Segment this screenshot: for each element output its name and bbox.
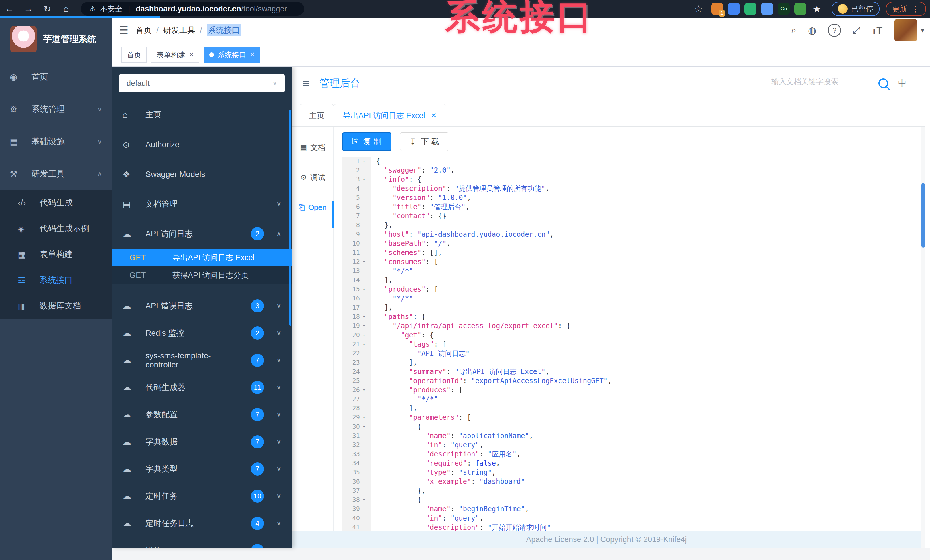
fold-toggle-icon[interactable]: ▾ bbox=[363, 422, 371, 431]
doc-tab-active[interactable]: 导出API 访问日志 Excel✕ bbox=[334, 104, 446, 126]
api-menu-item[interactable]: ⌂主页 bbox=[112, 100, 292, 130]
api-group-item[interactable]: ☁岗位∨ bbox=[112, 537, 292, 548]
fold-toggle-icon[interactable]: ▾ bbox=[363, 330, 371, 340]
help-icon[interactable]: ? bbox=[828, 24, 841, 37]
collapse-sidebar-icon[interactable]: ≡ bbox=[302, 77, 309, 90]
scrollbar-thumb[interactable] bbox=[921, 183, 925, 247]
search-icon[interactable]: ⌕ bbox=[791, 25, 796, 36]
browser-menu-icon[interactable]: ⋮ bbox=[912, 4, 920, 14]
paused-pill[interactable]: 已暂停 bbox=[831, 2, 879, 16]
fold-toggle-icon[interactable]: ▾ bbox=[363, 385, 371, 394]
update-button[interactable]: 更新 ⋮ bbox=[886, 2, 926, 16]
fold-toggle-icon[interactable]: ▾ bbox=[363, 340, 371, 349]
tab-tag[interactable]: 首页 bbox=[122, 47, 146, 63]
breadcrumb-item[interactable]: 研发工具 bbox=[163, 25, 195, 36]
subnav-调试[interactable]: ⚙调试 bbox=[292, 163, 333, 193]
api-operation-active[interactable]: GET导出API 访问日志 Excel bbox=[112, 249, 292, 266]
chevron-down-icon: ∨ bbox=[277, 492, 281, 500]
chevron-down-icon: ∨ bbox=[277, 465, 281, 473]
fold-toggle-icon[interactable]: ▾ bbox=[363, 413, 371, 422]
api-group-item[interactable]: ☁字典数据7∨ bbox=[112, 428, 292, 455]
bookmark-star-icon[interactable]: ☆ bbox=[694, 3, 703, 14]
ext-pin-blue[interactable] bbox=[728, 3, 740, 15]
group-select[interactable]: default ∨ bbox=[119, 74, 285, 92]
api-menu-item[interactable]: ❖Swagger Models bbox=[112, 160, 292, 189]
api-menu-item[interactable]: ☁API 访问日志2∧ bbox=[112, 219, 292, 249]
code-editor[interactable]: 1▾{2 "swagger": "2.0",3▾ "info": {4 "des… bbox=[342, 156, 921, 548]
fold-toggle-icon[interactable]: ▾ bbox=[363, 496, 371, 505]
api-group-item[interactable]: ☁字典类型7∨ bbox=[112, 455, 292, 482]
close-icon[interactable]: ✕ bbox=[189, 51, 194, 58]
api-menu-item[interactable]: ⊙Authorize bbox=[112, 130, 292, 160]
breadcrumb-item[interactable]: 首页 bbox=[136, 25, 152, 36]
doc-search-icon[interactable] bbox=[878, 78, 888, 88]
forward-icon[interactable]: → bbox=[19, 3, 38, 14]
warning-icon: ⚠ bbox=[89, 5, 96, 14]
code-line: 18▾ "paths": { bbox=[342, 312, 921, 321]
doc-search-input[interactable] bbox=[771, 77, 869, 89]
line-number: 24 bbox=[342, 367, 363, 376]
ext-green-leaf[interactable] bbox=[794, 3, 806, 15]
ext-blue-grid[interactable] bbox=[761, 3, 773, 15]
fullscreen-icon[interactable]: ⤢ bbox=[852, 25, 860, 36]
code-text: { bbox=[371, 422, 422, 431]
reload-icon[interactable]: ↻ bbox=[38, 3, 57, 14]
line-number: 10 bbox=[342, 239, 363, 248]
code-text: "produces": [ bbox=[371, 285, 438, 294]
home-icon[interactable]: ⌂ bbox=[57, 3, 75, 14]
fold-toggle-icon[interactable]: ▾ bbox=[363, 312, 371, 321]
breadcrumb-item[interactable]: 系统接口 bbox=[207, 24, 241, 36]
api-menu-item[interactable]: ▤文档管理∨ bbox=[112, 189, 292, 219]
language-icon[interactable]: 中 bbox=[898, 78, 907, 89]
ext-gn-green[interactable]: Gn bbox=[778, 3, 790, 15]
api-operation[interactable]: GET获得API 访问日志分页 bbox=[112, 266, 292, 284]
line-number: 16 bbox=[342, 294, 363, 303]
ext-green-shield[interactable] bbox=[744, 3, 756, 15]
subnav-open[interactable]: ⎗Open bbox=[292, 193, 333, 222]
sidebar-item-active[interactable]: ☲系统接口 bbox=[0, 267, 112, 293]
panel-scrollbar[interactable] bbox=[289, 110, 291, 326]
code-text: "parameters": [ bbox=[371, 413, 471, 422]
sidebar-item[interactable]: ▦表单构建 bbox=[0, 241, 112, 267]
fold-toggle-icon[interactable]: ▾ bbox=[363, 175, 371, 184]
tab-tag-active[interactable]: 系统接口✕ bbox=[204, 47, 260, 63]
sidebar-item[interactable]: ◉首页 bbox=[0, 61, 112, 93]
chevron-down-icon[interactable]: ▾ bbox=[921, 26, 924, 34]
address-bar[interactable]: ⚠ 不安全 | dashboard.yudao.iocoder.cn/tool/… bbox=[81, 2, 304, 16]
download-button[interactable]: ↧ 下 载 bbox=[400, 132, 448, 151]
fold-toggle-icon[interactable]: ▾ bbox=[363, 321, 371, 330]
sidebar-item[interactable]: ▥数据库文档 bbox=[0, 293, 112, 319]
close-icon[interactable]: ✕ bbox=[249, 51, 254, 58]
code-text: { bbox=[371, 156, 380, 166]
api-group-item[interactable]: ☁代码生成器11∨ bbox=[112, 374, 292, 401]
ext-white-star[interactable]: ★ bbox=[811, 3, 823, 15]
subnav-文档[interactable]: ▤文档 bbox=[292, 132, 333, 163]
sidebar-item[interactable]: ◈代码生成示例 bbox=[0, 216, 112, 241]
code-text: "operationId": "exportApiAccessLogExcelU… bbox=[371, 376, 612, 385]
api-group-item[interactable]: ☁sys-sms-template-controller7∨ bbox=[112, 347, 292, 374]
fold-toggle-icon bbox=[363, 367, 371, 376]
user-avatar[interactable] bbox=[895, 19, 917, 41]
copy-button[interactable]: ⎘ 复 制 bbox=[342, 132, 391, 151]
tab-tag[interactable]: 表单构建✕ bbox=[151, 47, 199, 63]
sidebar-item[interactable]: ‹/›代码生成 bbox=[0, 190, 112, 216]
fold-toggle-icon[interactable]: ▾ bbox=[363, 257, 371, 266]
api-group-item[interactable]: ☁Redis 监控2∨ bbox=[112, 319, 292, 347]
hamburger-icon[interactable]: ☰ bbox=[112, 24, 136, 36]
close-icon[interactable]: ✕ bbox=[431, 112, 437, 120]
api-group-item[interactable]: ☁定时任务10∨ bbox=[112, 482, 292, 509]
line-number: 25 bbox=[342, 376, 363, 385]
api-group-item[interactable]: ☁API 错误日志3∨ bbox=[112, 292, 292, 319]
github-icon[interactable]: ◍ bbox=[808, 25, 817, 36]
sidebar-item[interactable]: ⚒研发工具∧ bbox=[0, 158, 112, 190]
api-group-item[interactable]: ☁定时任务日志4∨ bbox=[112, 509, 292, 537]
fold-toggle-icon[interactable]: ▾ bbox=[363, 156, 371, 166]
doc-tab[interactable]: 主页 bbox=[300, 104, 334, 126]
font-size-icon[interactable]: ᴛT bbox=[872, 25, 882, 36]
back-icon[interactable]: ← bbox=[0, 3, 19, 14]
ext-orange[interactable]: 1 bbox=[711, 3, 723, 15]
sidebar-item[interactable]: ⚙系统管理∨ bbox=[0, 93, 112, 125]
sidebar-item[interactable]: ▤基础设施∨ bbox=[0, 125, 112, 158]
api-group-item[interactable]: ☁参数配置7∨ bbox=[112, 401, 292, 428]
fold-toggle-icon[interactable]: ▾ bbox=[363, 285, 371, 294]
